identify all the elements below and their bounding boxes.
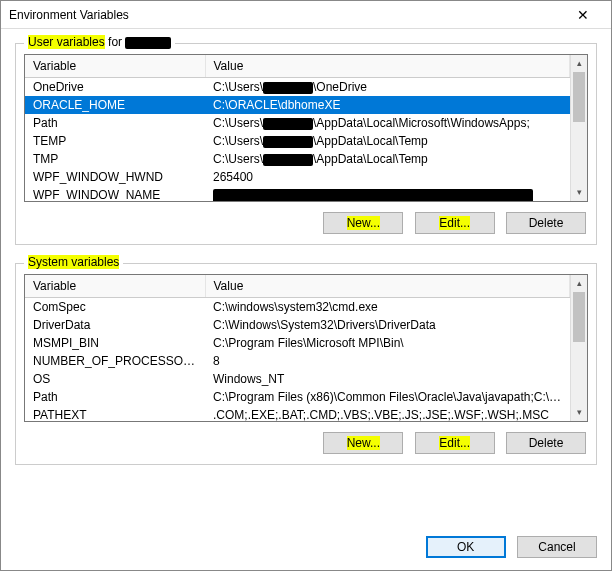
col-value[interactable]: Value bbox=[205, 275, 570, 298]
user-delete-button[interactable]: Delete bbox=[506, 212, 586, 234]
cell-value: C:\Users\\OneDrive bbox=[205, 78, 570, 97]
table-row[interactable]: DriverDataC:\Windows\System32\Drivers\Dr… bbox=[25, 316, 570, 334]
window-title: Environment Variables bbox=[9, 8, 563, 22]
cell-variable: TMP bbox=[25, 150, 205, 168]
user-variables-group: User variables for Variable Value OneDri… bbox=[15, 43, 597, 245]
cell-variable: Path bbox=[25, 388, 205, 406]
cell-variable: OS bbox=[25, 370, 205, 388]
cell-variable: OneDrive bbox=[25, 78, 205, 97]
user-edit-button[interactable]: Edit... bbox=[415, 212, 495, 234]
cancel-button[interactable]: Cancel bbox=[517, 536, 597, 558]
col-value[interactable]: Value bbox=[205, 55, 570, 78]
user-new-button[interactable]: New... bbox=[323, 212, 403, 234]
cell-value: C:\Program Files\Microsoft MPI\Bin\ bbox=[205, 334, 570, 352]
table-row[interactable]: PATHEXT.COM;.EXE;.BAT;.CMD;.VBS;.VBE;.JS… bbox=[25, 406, 570, 421]
cell-value: .COM;.EXE;.BAT;.CMD;.VBS;.VBE;.JS;.JSE;.… bbox=[205, 406, 570, 421]
cell-value: C:\windows\system32\cmd.exe bbox=[205, 298, 570, 317]
system-edit-button[interactable]: Edit... bbox=[415, 432, 495, 454]
cell-value: C:\Users\\AppData\Local\Temp bbox=[205, 150, 570, 168]
scrollbar[interactable]: ▴ ▾ bbox=[570, 55, 587, 201]
cell-variable: MSMPI_BIN bbox=[25, 334, 205, 352]
cell-value bbox=[205, 186, 570, 201]
system-variables-group: System variables Variable Value ComSpecC… bbox=[15, 263, 597, 465]
cell-value: Windows_NT bbox=[205, 370, 570, 388]
ok-button[interactable]: OK bbox=[426, 536, 506, 558]
cell-value: C:\Program Files (x86)\Common Files\Orac… bbox=[205, 388, 570, 406]
table-row[interactable]: ORACLE_HOMEC:\ORACLE\dbhomeXE bbox=[25, 96, 570, 114]
cell-value: C:\Users\\AppData\Local\Microsoft\Window… bbox=[205, 114, 570, 132]
cell-variable: WPF_WINDOW_NAME bbox=[25, 186, 205, 201]
table-row[interactable]: NUMBER_OF_PROCESSORS8 bbox=[25, 352, 570, 370]
cell-value: C:\Users\\AppData\Local\Temp bbox=[205, 132, 570, 150]
system-new-button[interactable]: New... bbox=[323, 432, 403, 454]
cell-variable: PATHEXT bbox=[25, 406, 205, 421]
user-variables-label: User variables for bbox=[24, 35, 175, 49]
table-row[interactable]: PathC:\Program Files (x86)\Common Files\… bbox=[25, 388, 570, 406]
table-row[interactable]: WPF_WINDOW_HWND265400 bbox=[25, 168, 570, 186]
col-variable[interactable]: Variable bbox=[25, 275, 205, 298]
table-row[interactable]: ComSpecC:\windows\system32\cmd.exe bbox=[25, 298, 570, 317]
cell-variable: WPF_WINDOW_HWND bbox=[25, 168, 205, 186]
table-row[interactable]: MSMPI_BINC:\Program Files\Microsoft MPI\… bbox=[25, 334, 570, 352]
system-variables-list[interactable]: Variable Value ComSpecC:\windows\system3… bbox=[24, 274, 588, 422]
table-row[interactable]: TEMPC:\Users\\AppData\Local\Temp bbox=[25, 132, 570, 150]
chevron-up-icon: ▴ bbox=[571, 275, 587, 292]
cell-variable: NUMBER_OF_PROCESSORS bbox=[25, 352, 205, 370]
cell-value: 265400 bbox=[205, 168, 570, 186]
cell-variable: TEMP bbox=[25, 132, 205, 150]
table-row[interactable]: TMPC:\Users\\AppData\Local\Temp bbox=[25, 150, 570, 168]
cell-variable: DriverData bbox=[25, 316, 205, 334]
scrollbar[interactable]: ▴ ▾ bbox=[570, 275, 587, 421]
cell-value: C:\Windows\System32\Drivers\DriverData bbox=[205, 316, 570, 334]
table-row[interactable]: OneDriveC:\Users\\OneDrive bbox=[25, 78, 570, 97]
col-variable[interactable]: Variable bbox=[25, 55, 205, 78]
chevron-up-icon: ▴ bbox=[571, 55, 587, 72]
table-row[interactable]: PathC:\Users\\AppData\Local\Microsoft\Wi… bbox=[25, 114, 570, 132]
system-variables-label: System variables bbox=[24, 255, 123, 269]
system-delete-button[interactable]: Delete bbox=[506, 432, 586, 454]
cell-value: C:\ORACLE\dbhomeXE bbox=[205, 96, 570, 114]
table-row[interactable]: OSWindows_NT bbox=[25, 370, 570, 388]
cell-variable: ComSpec bbox=[25, 298, 205, 317]
table-row[interactable]: WPF_WINDOW_NAME bbox=[25, 186, 570, 201]
cell-variable: ORACLE_HOME bbox=[25, 96, 205, 114]
cell-variable: Path bbox=[25, 114, 205, 132]
chevron-down-icon: ▾ bbox=[571, 184, 587, 201]
close-icon[interactable]: ✕ bbox=[563, 7, 603, 23]
dialog-footer: OK Cancel bbox=[418, 536, 597, 558]
titlebar: Environment Variables ✕ bbox=[1, 1, 611, 29]
cell-value: 8 bbox=[205, 352, 570, 370]
chevron-down-icon: ▾ bbox=[571, 404, 587, 421]
user-variables-list[interactable]: Variable Value OneDriveC:\Users\\OneDriv… bbox=[24, 54, 588, 202]
